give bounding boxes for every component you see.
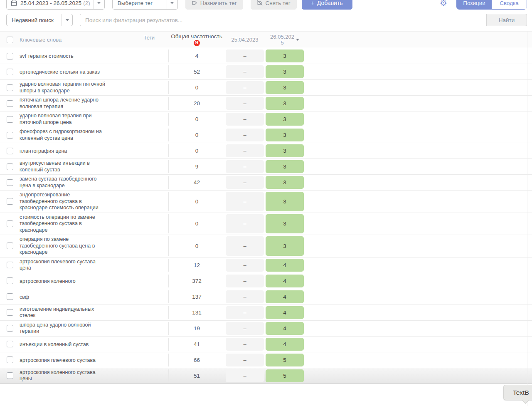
row-checkbox[interactable] [7, 262, 13, 268]
row-checkbox[interactable] [7, 372, 13, 379]
row-checkbox[interactable] [7, 100, 13, 107]
top-toolbar: 25.04.2023 - 26.05.2025 (2) Выберите тег… [6, 0, 527, 10]
table-row: ударно волновая терапия при пяточной шпо… [0, 111, 532, 127]
chevron-down-icon [66, 19, 69, 21]
position-badge[interactable]: 3 [266, 65, 304, 78]
position-badge[interactable]: 4 [266, 338, 304, 351]
position-badge[interactable]: 5 [266, 354, 304, 366]
position-badge[interactable]: 4 [266, 322, 304, 335]
row-checkbox[interactable] [7, 243, 13, 249]
position-empty-cell: – [226, 369, 264, 382]
remove-tag-button[interactable]: Снять тег [251, 0, 297, 10]
keyword-text[interactable]: изготовление индивидуальных стелек [20, 306, 108, 319]
frequency-value: 0 [168, 144, 225, 157]
add-button[interactable]: + Добавить [302, 0, 352, 10]
tag-select-dropdown[interactable]: Выберите тег [112, 0, 178, 10]
row-checkbox[interactable] [7, 277, 13, 284]
date-range-picker[interactable]: 25.04.2023 - 26.05.2025 (2) [6, 0, 105, 10]
keyword-text[interactable]: инъекции в коленный сустав [20, 342, 108, 348]
table-row: операция по замене тазобедренного сустав… [0, 235, 532, 257]
position-badge[interactable]: 4 [266, 290, 304, 303]
recent-search-caret[interactable] [62, 14, 72, 26]
plus-icon: + [311, 0, 315, 6]
column-tags[interactable]: Теги [114, 32, 168, 41]
keyword-text[interactable]: фонофорез с гидрокортизоном на коленный … [20, 129, 108, 141]
position-badge[interactable]: 4 [266, 259, 304, 272]
row-checkbox[interactable] [7, 69, 13, 75]
find-button[interactable]: Найти [486, 14, 527, 26]
column-keywords[interactable]: Ключевые слова [20, 37, 114, 43]
table-body: svf терапия стоимость 4 – 3 ортопедическ… [0, 48, 532, 384]
position-empty-cell: – [226, 65, 264, 78]
position-empty-cell: – [226, 176, 264, 189]
search-input[interactable] [80, 14, 486, 26]
keyword-text[interactable]: плантография цена [20, 148, 108, 155]
position-badge[interactable]: 3 [266, 50, 304, 62]
recent-search-label: Недавний поиск [7, 17, 62, 23]
os-tooltip-tail [522, 396, 529, 404]
position-badge[interactable]: 3 [266, 176, 304, 189]
assign-tag-button[interactable]: Назначить тег [185, 0, 243, 10]
position-badge[interactable]: 4 [266, 275, 304, 287]
row-checkbox[interactable] [7, 163, 13, 170]
gear-icon[interactable]: ⚙ [440, 0, 447, 7]
position-badge[interactable]: 3 [266, 192, 304, 211]
date-range-caret[interactable] [94, 0, 104, 9]
keyword-text[interactable]: свф [20, 294, 108, 301]
row-checkbox[interactable] [7, 356, 13, 363]
row-checkbox[interactable] [7, 179, 13, 186]
keyword-text[interactable]: внутрисуставные инъекции в коленный суст… [20, 160, 108, 173]
row-checkbox[interactable] [7, 148, 13, 154]
row-checkbox[interactable] [7, 309, 13, 316]
keyword-text[interactable]: пяточная шпора лечение ударно волновая т… [20, 97, 108, 110]
position-badge[interactable]: 3 [266, 144, 304, 157]
keyword-text[interactable]: артроскопия коленного сустава цены [20, 369, 108, 382]
keyword-text[interactable]: артроскопия плечевого сустава цена [20, 259, 108, 272]
position-empty-cell: – [226, 322, 264, 335]
frequency-value: 41 [168, 338, 225, 351]
column-date2[interactable]: 26.05.2025 [265, 32, 305, 48]
position-badge[interactable]: 4 [266, 306, 304, 319]
select-all-checkbox[interactable] [7, 37, 13, 43]
recent-search-dropdown[interactable]: Недавний поиск [6, 14, 73, 26]
row-checkbox[interactable] [7, 53, 13, 59]
column-frequency[interactable]: Общая частотность Я [168, 32, 225, 48]
position-badge[interactable]: 3 [266, 236, 304, 256]
column-date1[interactable]: 25.04.2023 [225, 32, 265, 48]
position-badge[interactable]: 3 [266, 160, 304, 173]
keyword-text[interactable]: шпора цена ударно волновой терапии [20, 322, 108, 335]
tab-summary[interactable]: Сводка [492, 0, 527, 9]
row-checkbox[interactable] [7, 84, 13, 91]
row-checkbox[interactable] [7, 341, 13, 347]
keyword-text[interactable]: артроскопия плечевого сустава [20, 357, 108, 364]
position-badge[interactable]: 3 [266, 113, 304, 126]
row-checkbox[interactable] [7, 116, 13, 123]
row-checkbox[interactable] [7, 198, 13, 205]
table-row: артроскопия плечевого сустава 66 – 5 [0, 352, 532, 368]
keyword-text[interactable]: ударно волновая терапия при пяточной шпо… [20, 113, 108, 126]
position-badge[interactable]: 3 [266, 214, 304, 234]
frequency-value: 131 [168, 306, 225, 319]
keyword-text[interactable]: svf терапия стоимость [20, 53, 108, 60]
keyword-text[interactable]: замена сустава тазобедренного цена в кра… [20, 176, 108, 189]
keyword-text[interactable]: ударно волновая терапия пяточной шпоры в… [20, 81, 108, 94]
keywords-table: Ключевые слова Теги Общая частотность Я … [0, 31, 532, 384]
row-checkbox[interactable] [7, 325, 13, 332]
tag-select-caret[interactable] [167, 0, 177, 9]
keyword-text[interactable]: стоимость операции по замене тазобедренн… [20, 214, 108, 234]
keyword-text[interactable]: артроскопия коленного [20, 278, 108, 285]
keyword-text[interactable]: операция по замене тазобедренного сустав… [20, 236, 108, 256]
tab-positions[interactable]: Позиции [457, 0, 492, 9]
position-badge[interactable]: 3 [266, 81, 304, 94]
row-checkbox[interactable] [7, 220, 13, 227]
position-empty-cell: – [226, 160, 264, 173]
position-badge[interactable]: 5 [266, 369, 304, 382]
keyword-text[interactable]: эндопротезирование тазобедренного сустав… [20, 192, 108, 211]
row-checkbox[interactable] [7, 293, 13, 300]
keyword-text[interactable]: ортопедические стельки на заказ [20, 69, 108, 76]
position-badge[interactable]: 3 [266, 129, 304, 141]
position-badge[interactable]: 3 [266, 97, 304, 110]
table-row: ортопедические стельки на заказ 52 – 3 [0, 64, 532, 80]
frequency-value: 66 [168, 354, 225, 366]
row-checkbox[interactable] [7, 132, 13, 139]
